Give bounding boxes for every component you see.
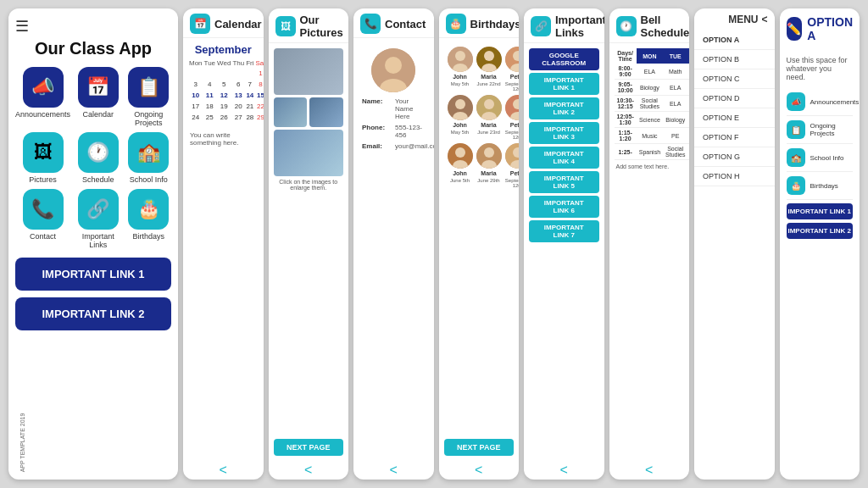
picture-middle-left[interactable] — [274, 97, 308, 127]
link-button[interactable]: IMPORTANT LINK 6 — [529, 196, 599, 218]
pictures-header-icon: 🖼 — [275, 16, 296, 36]
birthdays-next-page[interactable]: NEXT PAGE — [444, 439, 515, 456]
option-a-item-icon: 🎂 — [787, 176, 805, 195]
cal-day[interactable]: 25 — [203, 112, 217, 123]
bell-cell: 10:30-12:15 — [615, 96, 637, 112]
link-button[interactable]: IMPORTANT LINK 3 — [529, 122, 599, 144]
cal-day[interactable]: 4 — [203, 79, 217, 90]
link-button[interactable]: IMPORTANT LINK 5 — [529, 171, 599, 193]
menu-item[interactable]: OPTION E — [694, 108, 775, 128]
cal-day[interactable]: 22 — [255, 101, 264, 112]
icon-important-links[interactable]: 🔗 Important Links — [75, 189, 120, 249]
cal-day[interactable]: 15 — [255, 90, 264, 101]
cal-day[interactable]: 10 — [188, 90, 203, 101]
icon-calendar[interactable]: 📅 Calendar — [75, 67, 120, 127]
menu-item[interactable]: OPTION G — [694, 147, 775, 167]
cal-day[interactable] — [188, 68, 203, 79]
icon-ongoing-projects[interactable]: 📋 Ongoing Projects — [126, 67, 171, 127]
menu-item[interactable]: OPTION D — [694, 89, 775, 108]
cal-day[interactable] — [203, 123, 217, 126]
link-button[interactable]: GOOGLE CLASSROOM — [529, 48, 599, 70]
links-nav[interactable]: < — [524, 459, 604, 480]
birthday-item: PeterSeptember 12th — [505, 143, 520, 188]
menu-item[interactable]: OPTION H — [694, 167, 775, 186]
cal-day[interactable]: 7 — [245, 79, 254, 90]
icon-schedule[interactable]: 🕐 Schedule — [75, 132, 120, 184]
cal-day[interactable]: 24 — [188, 112, 203, 123]
cal-day[interactable]: 28 — [245, 112, 254, 123]
icon-contact[interactable]: 📞 Contact — [15, 189, 70, 249]
cal-day[interactable]: 18 — [203, 101, 217, 112]
menu-item[interactable]: OPTION C — [694, 69, 775, 89]
contact-nav[interactable]: < — [353, 459, 434, 480]
cal-day[interactable]: 14 — [245, 90, 254, 101]
menu-item[interactable]: OPTION B — [694, 50, 775, 69]
cal-day[interactable]: 26 — [216, 112, 231, 123]
svg-point-13 — [455, 99, 465, 109]
important-link-1-button[interactable]: IMPORTANT LINK 1 — [15, 258, 171, 291]
icon-school-info[interactable]: 🏫 School Info — [126, 132, 171, 184]
cal-day[interactable]: 27 — [231, 112, 245, 123]
birthday-date: May 5th — [451, 81, 469, 86]
cal-day[interactable]: 19 — [216, 101, 231, 112]
option-a-item[interactable]: 📣Announcements — [787, 88, 854, 116]
contact-phone-label: Phone: — [362, 124, 392, 131]
contact-phone-value: 555-123-456 — [395, 124, 426, 139]
cal-day[interactable]: 21 — [245, 101, 254, 112]
link-button[interactable]: IMPORTANT LINK 2 — [529, 97, 599, 119]
link-button[interactable]: IMPORTANT LINK 1 — [529, 73, 599, 95]
picture-top[interactable] — [274, 48, 344, 95]
cal-day[interactable]: 11 — [203, 90, 217, 101]
hamburger-menu[interactable]: ☰ — [15, 17, 171, 36]
cal-day[interactable] — [188, 123, 203, 126]
cal-day[interactable]: 5 — [216, 79, 231, 90]
option-a-item-icon: 📣 — [787, 92, 805, 111]
menu-panel: MENU < OPTION AOPTION BOPTION COPTION DO… — [694, 8, 775, 480]
cal-day[interactable] — [216, 68, 231, 79]
option-a-item[interactable]: 🎂Birthdays — [787, 172, 854, 200]
bell-table: Days/Time MON TUE WED THU FRI 8:00-9:00E… — [615, 48, 690, 160]
school-info-icon: 🏫 — [128, 132, 169, 173]
cal-day[interactable]: 20 — [231, 101, 245, 112]
pictures-next-page[interactable]: NEXT PAGE — [274, 439, 344, 456]
option-a-link-button[interactable]: IMPORTANT LINK 1 — [787, 203, 854, 219]
cal-day[interactable] — [231, 123, 245, 126]
option-a-item[interactable]: 🏫School Info — [787, 144, 854, 172]
picture-middle-right[interactable] — [309, 97, 343, 127]
bell-row: 10:30-12:15Social StudiesELAMathMath — [615, 96, 690, 112]
announcements-icon: 📣 — [23, 67, 64, 108]
cal-day[interactable]: 12 — [216, 90, 231, 101]
cal-day[interactable] — [245, 123, 254, 126]
important-link-2-button[interactable]: IMPORTANT LINK 2 — [15, 297, 171, 330]
cal-day[interactable]: 17 — [188, 101, 203, 112]
cal-day[interactable]: 29 — [255, 112, 264, 123]
cal-day[interactable] — [245, 68, 254, 79]
cal-day[interactable]: 8 — [255, 79, 264, 90]
menu-item[interactable]: OPTION F — [694, 128, 775, 147]
link-button[interactable]: IMPORTANT LINK 4 — [529, 147, 599, 169]
icon-birthdays[interactable]: 🎂 Birthdays — [126, 189, 171, 249]
cal-day[interactable] — [216, 123, 231, 126]
cal-day[interactable]: 13 — [231, 90, 245, 101]
cal-day[interactable]: 6 — [231, 79, 245, 90]
side-label: APP TEMPLATE 2019 — [19, 413, 25, 473]
link-button[interactable]: IMPORTANT LINK 7 — [529, 220, 599, 242]
cal-day[interactable] — [255, 123, 264, 126]
pictures-nav[interactable]: < — [269, 459, 349, 480]
menu-header[interactable]: MENU < — [694, 8, 775, 30]
icon-pictures[interactable]: 🖼 Pictures — [15, 132, 70, 184]
important-links-panel: 🔗 Important Links GOOGLE CLASSROOMIMPORT… — [524, 8, 604, 480]
icon-announcements[interactable]: 📣 Announcements — [15, 67, 70, 127]
birthdays-nav[interactable]: < — [439, 459, 520, 480]
menu-item[interactable]: OPTION A — [694, 30, 775, 50]
bell-nav[interactable]: < — [609, 459, 690, 480]
cal-day[interactable] — [231, 68, 245, 79]
cal-day[interactable] — [203, 68, 217, 79]
option-a-item[interactable]: 📋Ongoing Projects — [787, 116, 854, 144]
option-a-link-button[interactable]: IMPORTANT LINK 2 — [787, 223, 854, 239]
links-header: 🔗 Important Links — [524, 8, 604, 43]
cal-day[interactable]: 3 — [188, 79, 203, 90]
calendar-nav[interactable]: < — [183, 459, 264, 480]
cal-day[interactable]: 1 — [255, 68, 264, 79]
picture-bottom[interactable] — [274, 130, 344, 176]
